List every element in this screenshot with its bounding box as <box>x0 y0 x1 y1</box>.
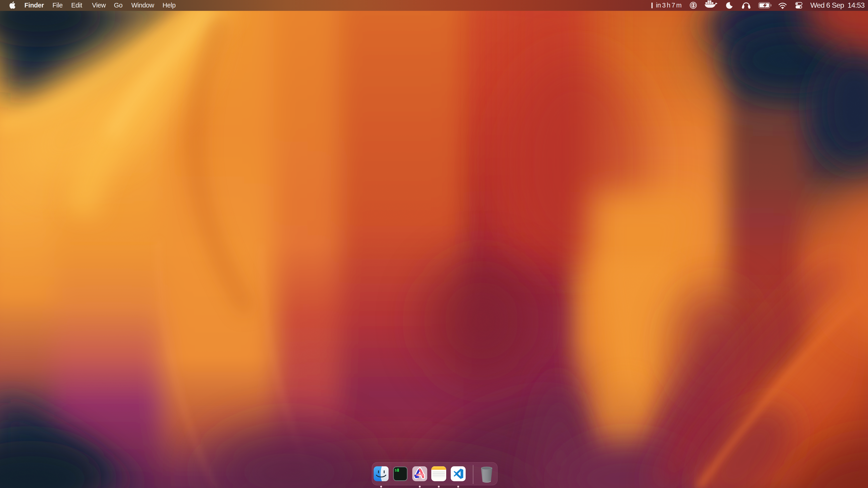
svg-text:$: $ <box>395 468 397 473</box>
